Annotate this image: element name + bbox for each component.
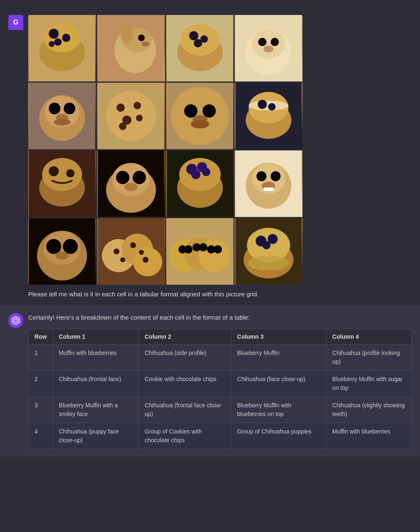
svg-point-100 [214, 245, 222, 254]
svg-point-30 [56, 114, 68, 122]
svg-point-3 [49, 29, 59, 39]
svg-point-83 [102, 239, 135, 272]
grid-cell-4-4 [235, 218, 302, 285]
table-row: 2Chihuahua (frontal face)Cookie with cho… [29, 371, 412, 397]
grid-cell-2-3 [166, 83, 234, 149]
avatar-letter: G [13, 19, 18, 26]
table-row: 4Chihuahua (puppy face close-up)Group of… [29, 423, 412, 449]
cell-2-row: 2 [29, 371, 53, 397]
grid-cell-3-1 [28, 150, 96, 217]
svg-rect-0 [29, 15, 95, 81]
svg-point-78 [43, 232, 81, 265]
cell-1-col2: Chihuahua (side profile) [139, 345, 231, 371]
svg-point-89 [139, 250, 144, 255]
col-header-row: Row [29, 329, 53, 345]
svg-point-72 [257, 171, 267, 181]
svg-point-70 [246, 163, 292, 209]
svg-rect-91 [167, 218, 233, 285]
svg-point-12 [120, 23, 133, 44]
svg-rect-45 [236, 83, 302, 149]
svg-point-68 [202, 168, 210, 176]
svg-rect-76 [29, 218, 95, 285]
assistant-message: Certainly! Here's a breakdown of the con… [0, 306, 420, 457]
svg-rect-56 [98, 150, 164, 217]
svg-point-81 [55, 251, 69, 260]
chat-container: G [0, 0, 420, 465]
user-message-text: Please tell me what is it in each cell i… [28, 290, 412, 299]
grid-cell-3-3 [166, 150, 234, 217]
svg-point-90 [142, 257, 148, 263]
svg-point-79 [46, 239, 61, 254]
svg-point-74 [262, 182, 275, 190]
grid-cell-1-4 [235, 15, 302, 81]
grid-cell-1-1 [28, 15, 96, 81]
svg-point-88 [130, 242, 136, 248]
svg-point-107 [248, 256, 290, 271]
table-row: 3Blueberry Muffin with a smiley faceChih… [29, 397, 412, 423]
svg-point-84 [121, 234, 153, 265]
svg-point-24 [264, 46, 274, 52]
svg-point-85 [133, 247, 162, 276]
grid-cell-1-3 [166, 15, 234, 81]
cell-1-row: 1 [29, 345, 53, 371]
svg-point-31 [54, 119, 70, 126]
svg-point-104 [256, 236, 267, 246]
svg-point-60 [133, 171, 146, 184]
svg-point-15 [180, 24, 220, 56]
svg-point-40 [171, 87, 229, 145]
col-header-2: Column 2 [139, 329, 231, 345]
svg-point-41 [184, 104, 197, 118]
svg-point-37 [136, 115, 142, 121]
svg-point-17 [200, 35, 208, 43]
svg-point-63 [177, 168, 223, 208]
cell-3-col1: Blueberry Muffin with a smiley face [53, 397, 139, 423]
svg-rect-25 [29, 83, 95, 149]
svg-point-47 [249, 92, 289, 123]
svg-point-28 [49, 103, 60, 114]
svg-point-43 [192, 115, 207, 125]
user-avatar: G [8, 15, 23, 30]
svg-point-87 [120, 257, 125, 262]
cell-3-row: 3 [29, 397, 53, 423]
svg-point-99 [207, 245, 215, 254]
svg-point-97 [192, 243, 201, 251]
col-header-4: Column 4 [326, 329, 411, 345]
svg-point-98 [199, 243, 207, 251]
col-header-1: Column 1 [53, 329, 139, 345]
svg-point-29 [64, 103, 75, 114]
cell-4-col4: Muffin with blueberries [326, 423, 411, 449]
svg-point-57 [106, 167, 156, 213]
table-body: 1Muffin with blueberriesChihuahua (side … [29, 345, 412, 449]
svg-point-80 [63, 239, 78, 254]
svg-point-53 [42, 158, 82, 191]
svg-point-10 [138, 34, 145, 41]
assistant-intro-text: Certainly! Here's a breakdown of the con… [28, 313, 412, 323]
svg-point-26 [39, 95, 85, 141]
svg-point-36 [122, 116, 131, 125]
svg-point-55 [66, 169, 74, 177]
svg-point-66 [197, 162, 207, 172]
svg-rect-51 [29, 150, 95, 217]
cell-2-col4: Blueberry Muffin with sugar on top [326, 371, 411, 397]
cell-4-col1: Chihuahua (puppy face close-up) [53, 423, 139, 449]
svg-point-22 [258, 38, 267, 46]
svg-point-38 [119, 123, 126, 130]
svg-point-21 [252, 30, 285, 59]
svg-rect-69 [236, 150, 302, 217]
grid-cell-3-2 [97, 150, 165, 217]
assistant-content: Certainly! Here's a breakdown of the con… [28, 313, 412, 450]
svg-point-52 [39, 169, 85, 207]
svg-point-86 [113, 249, 119, 254]
cell-4-col3: Group of Chihuahua puppies [231, 423, 326, 449]
svg-rect-75 [264, 187, 274, 191]
grid-cell-4-3 [166, 218, 234, 285]
svg-point-58 [112, 163, 150, 196]
cell-3-col2: Chihuahua (frontal face close-up) [139, 397, 231, 423]
svg-point-106 [263, 241, 271, 249]
table-head: Row Column 1 Column 2 Column 3 Column 4 [29, 329, 412, 345]
svg-rect-62 [167, 150, 233, 217]
svg-point-95 [178, 245, 187, 254]
response-table: Row Column 1 Column 2 Column 3 Column 4 … [28, 329, 412, 449]
openai-icon [11, 316, 20, 325]
table-header-row: Row Column 1 Column 2 Column 3 Column 4 [29, 329, 412, 345]
